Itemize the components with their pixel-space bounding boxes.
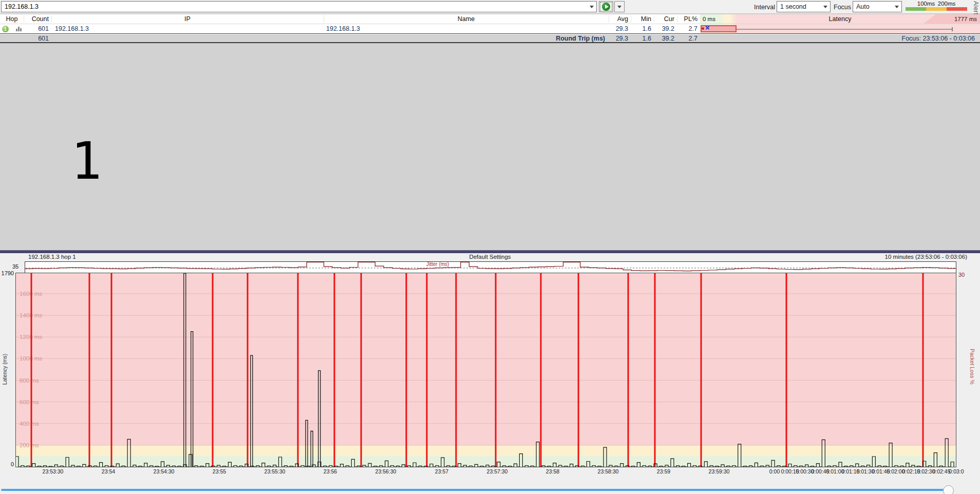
ip-cell: 192.168.1.3	[51, 24, 324, 33]
table-header-row: Hop Count IP Name Avg Min Cur PL% 0 ms L…	[0, 14, 980, 24]
summary-avg: 29.3	[609, 34, 631, 42]
col-header-avg[interactable]: Avg	[609, 14, 631, 24]
latency-axis-zero-label: 0	[7, 461, 14, 467]
time-tick-label: 23:57	[435, 468, 448, 474]
address-input[interactable]	[5, 3, 580, 10]
trace-table: Hop Count IP Name Avg Min Cur PL% 0 ms L…	[0, 14, 980, 43]
timeline-range-label: 10 minutes (23:53:06 - 0:03:06)	[885, 254, 967, 260]
time-tick-label: 23:56	[324, 468, 337, 474]
chevron-down-icon	[617, 6, 621, 10]
time-tick-label: 23:59:30	[709, 468, 730, 474]
time-tick-label: 23:55:30	[265, 468, 286, 474]
legend-200ms-label: 200ms	[938, 1, 956, 7]
time-tick-label: 23:58:30	[598, 468, 619, 474]
scrollbar-thumb[interactable]	[943, 485, 954, 494]
summary-label: Round Trip (ms)	[324, 34, 608, 42]
latency-max-line	[737, 29, 952, 30]
toolbar: Interval 1 second Focus Auto 100ms 200ms…	[0, 0, 980, 14]
legend-yellow-segment	[926, 7, 947, 11]
latency-axis-title: Latency (ms)	[2, 349, 8, 390]
scrollbar-fill	[1, 489, 948, 491]
min-cell: 1.6	[631, 24, 654, 33]
table-row[interactable]: 1 601 192.168.1.3 192.168.1.3 29.3 1.6 3…	[0, 24, 980, 34]
col-header-hop[interactable]: Hop	[0, 14, 24, 24]
time-tick-label: 23:59	[657, 468, 670, 474]
col-header-cur[interactable]: Cur	[654, 14, 677, 24]
current-marker-icon	[705, 25, 710, 30]
address-combobox[interactable]	[1, 1, 597, 12]
packetloss-axis-max-label: 30	[958, 272, 965, 278]
summary-pl: 2.7	[677, 34, 700, 42]
step-annotation: 1	[71, 136, 102, 187]
play-button[interactable]	[599, 1, 613, 12]
packetloss-axis-title: Packet Loss %	[969, 344, 975, 390]
play-dropdown-button[interactable]	[614, 1, 625, 12]
col-header-min[interactable]: Min	[631, 14, 654, 24]
time-tick-label: 0:03:0	[949, 468, 964, 474]
workspace-area: 1	[0, 43, 980, 250]
legend-red-segment	[947, 7, 967, 11]
interval-value: 1 second	[780, 3, 806, 10]
time-tick-label: 23:55	[213, 468, 226, 474]
chevron-down-icon[interactable]	[588, 3, 595, 11]
legend-100ms-label: 100ms	[917, 1, 935, 7]
svg-text:400 ms: 400 ms	[20, 421, 39, 427]
latency-column-header: 0 ms Latency 1777 ms	[700, 14, 980, 24]
interval-combobox[interactable]: 1 second	[777, 1, 831, 12]
latency-scale-legend: 100ms 200ms	[906, 1, 967, 13]
time-tick-label: 23:58	[546, 468, 559, 474]
avg-cell: 29.3	[609, 24, 631, 33]
legend-green-segment	[906, 7, 926, 11]
timeline-settings-label[interactable]: Default Settings	[0, 254, 980, 260]
scrollbar-track[interactable]	[1, 489, 952, 491]
time-tick-label: 23:54:30	[154, 468, 175, 474]
time-tick-label: 0:00	[769, 468, 780, 474]
time-tick-label: 23:56:30	[375, 468, 397, 474]
count-cell: 601	[24, 24, 51, 33]
time-tick-label: 0:02:45	[932, 468, 950, 474]
col-header-count[interactable]: Count	[24, 14, 51, 24]
cur-cell: 39.2	[654, 24, 677, 33]
focus-label: Focus	[834, 4, 851, 11]
hop-number-ball: 1	[2, 26, 9, 32]
jitter-graph[interactable]	[25, 261, 956, 273]
col-header-name[interactable]: Name	[324, 14, 609, 24]
timeline-scrollbar[interactable]	[0, 485, 980, 494]
time-tick-label: 23:53:30	[43, 468, 64, 474]
latency-max-tick	[952, 27, 953, 31]
pl-cell: 2.7	[677, 24, 700, 33]
play-icon	[602, 3, 610, 11]
jitter-axis-label: 35	[12, 263, 18, 270]
svg-text:800 ms: 800 ms	[20, 377, 39, 384]
focus-value: Auto	[856, 3, 870, 10]
col-header-pl[interactable]: PL%	[677, 14, 700, 24]
time-tick-label: 23:57:30	[487, 468, 508, 474]
focus-combobox[interactable]: Auto	[853, 1, 902, 12]
name-cell: 192.168.1.3	[323, 24, 608, 33]
main-graph[interactable]: 1600 ms1400 ms1200 ms1000 ms800 ms600 ms…	[15, 273, 956, 467]
legend-gradient-bar	[906, 7, 967, 11]
focus-range-text: Focus: 23:53:06 - 0:03:06	[700, 34, 977, 42]
pingplotter-window: Interval 1 second Focus Auto 100ms 200ms…	[0, 0, 980, 494]
jitter-title: Jitter (ms)	[426, 261, 449, 267]
time-tick-label: 23:54	[102, 468, 115, 474]
latency-bar-cell	[700, 24, 980, 33]
col-header-ip[interactable]: IP	[51, 14, 324, 24]
summary-min: 1.6	[631, 34, 654, 42]
timeline-panel: 192.168.1.3 hop 1 Default Settings 10 mi…	[0, 253, 980, 494]
min-marker-icon	[702, 27, 704, 30]
chevron-down-icon[interactable]	[893, 3, 900, 11]
chevron-down-icon[interactable]	[821, 3, 829, 11]
latency-axis-max-label: 1790	[0, 270, 14, 276]
time-axis: 23:53:3023:5423:54:3023:5523:55:3023:562…	[15, 468, 956, 477]
interval-label: Interval	[754, 4, 775, 11]
summary-cur: 39.2	[654, 34, 677, 42]
svg-text:200 ms: 200 ms	[20, 442, 39, 448]
round-trip-summary-row[interactable]: 601 Round Trip (ms) 29.3 1.6 39.2 2.7 Fo…	[0, 34, 980, 43]
summary-count: 601	[24, 34, 51, 42]
svg-text:600 ms: 600 ms	[20, 399, 39, 405]
hop-graph-icon[interactable]	[16, 27, 22, 31]
